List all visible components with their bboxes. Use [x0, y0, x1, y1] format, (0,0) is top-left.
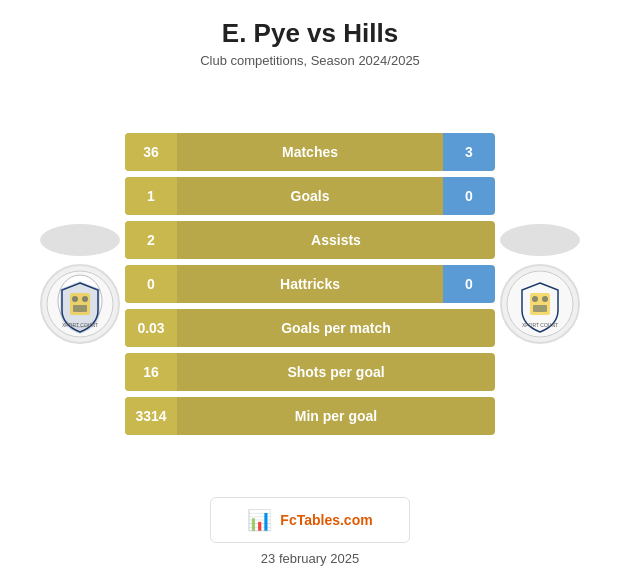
stat-label-goals: Goals: [177, 188, 443, 204]
fctables-label: FcTables.com: [280, 512, 372, 528]
stat-row-hattricks: 0Hattricks0: [125, 265, 495, 303]
right-team-badge: XPORT COUNT: [495, 224, 585, 344]
stat-label-assists: Assists: [177, 232, 495, 248]
right-badge-oval: [500, 224, 580, 256]
stat-left-hattricks: 0: [125, 265, 177, 303]
stat-label-hattricks: Hattricks: [177, 276, 443, 292]
stat-left-goals-per-match: 0.03: [125, 309, 177, 347]
svg-point-9: [532, 296, 538, 302]
svg-point-3: [72, 296, 78, 302]
stat-row-matches: 36Matches3: [125, 133, 495, 171]
stat-label-matches: Matches: [177, 144, 443, 160]
header: E. Pye vs Hills Club competitions, Seaso…: [0, 0, 620, 74]
stat-row-goals: 1Goals0: [125, 177, 495, 215]
fctables-banner[interactable]: 📊 FcTables.com: [210, 497, 410, 543]
stat-left-assists: 2: [125, 221, 177, 259]
svg-point-4: [82, 296, 88, 302]
stat-right-matches: 3: [443, 133, 495, 171]
stat-label-shots-per-goal: Shots per goal: [177, 364, 495, 380]
right-crest: XPORT COUNT: [500, 264, 580, 344]
footer-date: 23 february 2025: [261, 551, 359, 580]
page-title: E. Pye vs Hills: [10, 18, 610, 49]
stat-row-assists: 2Assists: [125, 221, 495, 259]
stats-panel: 36Matches31Goals02Assists0Hattricks00.03…: [125, 133, 495, 435]
stat-label-min-per-goal: Min per goal: [177, 408, 495, 424]
svg-rect-11: [533, 305, 547, 312]
left-badge-oval: [40, 224, 120, 256]
right-crest-svg: XPORT COUNT: [505, 269, 575, 339]
stat-right-hattricks: 0: [443, 265, 495, 303]
svg-text:XPORT COUNT: XPORT COUNT: [62, 322, 98, 328]
content-area: XPORT COUNT 36Matches31Goals02Assists0Ha…: [0, 74, 620, 483]
stat-left-matches: 36: [125, 133, 177, 171]
svg-text:XPORT COUNT: XPORT COUNT: [522, 322, 558, 328]
fctables-icon: 📊: [247, 508, 272, 532]
fctables-domain: .com: [340, 512, 373, 528]
fctables-brand: FcTables: [280, 512, 340, 528]
svg-rect-5: [73, 305, 87, 312]
stat-right-goals: 0: [443, 177, 495, 215]
page-wrapper: E. Pye vs Hills Club competitions, Seaso…: [0, 0, 620, 580]
stat-label-goals-per-match: Goals per match: [177, 320, 495, 336]
left-team-badge: XPORT COUNT: [35, 224, 125, 344]
stat-row-shots-per-goal: 16Shots per goal: [125, 353, 495, 391]
stat-left-shots-per-goal: 16: [125, 353, 177, 391]
stat-left-goals: 1: [125, 177, 177, 215]
svg-point-10: [542, 296, 548, 302]
stat-left-min-per-goal: 3314: [125, 397, 177, 435]
page-subtitle: Club competitions, Season 2024/2025: [10, 53, 610, 68]
left-crest-svg: XPORT COUNT: [45, 269, 115, 339]
stat-row-goals-per-match: 0.03Goals per match: [125, 309, 495, 347]
left-crest: XPORT COUNT: [40, 264, 120, 344]
stat-row-min-per-goal: 3314Min per goal: [125, 397, 495, 435]
